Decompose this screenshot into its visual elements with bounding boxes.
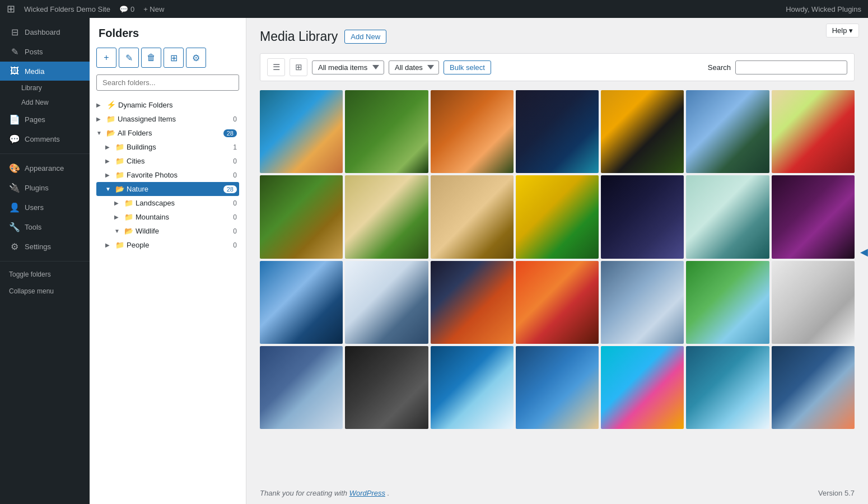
content-area: Help ▾ Media Library Add New ☰ ⊞ All med… bbox=[246, 18, 868, 504]
tree-item-buildings[interactable]: ▶ 📁 Buildings 1 bbox=[96, 140, 239, 154]
appearance-icon: 🎨 bbox=[9, 163, 20, 174]
media-item[interactable] bbox=[686, 261, 769, 344]
sidebar-item-pages[interactable]: 📄 Pages bbox=[0, 110, 90, 129]
add-nested-folder-btn[interactable]: ⊞ bbox=[164, 48, 184, 68]
sidebar-divider bbox=[0, 153, 90, 154]
tree-item-unassigned[interactable]: ▶ 📁 Unassigned Items 0 bbox=[96, 112, 239, 126]
wordpress-link[interactable]: WordPress bbox=[349, 489, 385, 497]
tree-item-landscapes[interactable]: ▶ 📁 Landscapes 0 bbox=[96, 196, 239, 210]
bulk-select-button[interactable]: Bulk select bbox=[444, 60, 491, 74]
sidebar-item-users[interactable]: 👤 Users bbox=[0, 198, 90, 217]
media-item[interactable] bbox=[686, 175, 769, 258]
sidebar-item-media[interactable]: 🖼 Media ◀ bbox=[0, 62, 90, 81]
list-view-button[interactable]: ☰ bbox=[267, 58, 285, 76]
chevron-right-icon: ▶ bbox=[105, 172, 113, 178]
media-item[interactable] bbox=[601, 261, 684, 344]
date-filter-select[interactable]: All dates bbox=[389, 60, 439, 74]
dashboard-icon: ⊟ bbox=[9, 27, 20, 38]
collapse-menu-btn[interactable]: Collapse menu bbox=[0, 283, 90, 300]
page-footer: Thank you for creating with WordPress . … bbox=[246, 482, 868, 504]
folder-open-icon: 📂 bbox=[115, 185, 124, 193]
media-item[interactable] bbox=[345, 90, 428, 173]
media-item[interactable] bbox=[601, 346, 684, 429]
folder-icon: 📁 bbox=[124, 199, 133, 207]
media-item[interactable] bbox=[516, 346, 599, 429]
sidebar-item-dashboard[interactable]: ⊟ Dashboard bbox=[0, 22, 90, 42]
tree-item-cities[interactable]: ▶ 📁 Cities 0 bbox=[96, 154, 239, 168]
media-item[interactable] bbox=[345, 261, 428, 344]
grid-view-button[interactable]: ⊞ bbox=[290, 58, 307, 76]
add-folder-btn[interactable]: + bbox=[96, 48, 116, 68]
folder-icon: 📁 bbox=[115, 171, 124, 179]
toggle-folders-btn[interactable]: Toggle folders bbox=[0, 266, 90, 283]
media-item[interactable] bbox=[772, 175, 855, 258]
media-icon: 🖼 bbox=[9, 66, 20, 76]
folder-open-icon: 📂 bbox=[106, 129, 115, 137]
media-item[interactable] bbox=[601, 175, 684, 258]
tree-item-all-folders[interactable]: ▼ 📂 All Folders 28 bbox=[96, 126, 239, 140]
sidebar-item-comments[interactable]: 💬 Comments bbox=[0, 129, 90, 149]
folder-tree: ▶ ⚡ Dynamic Folders ▶ 📁 Unassigned Items… bbox=[96, 97, 239, 252]
media-item[interactable] bbox=[431, 346, 514, 429]
tree-item-favorite-photos[interactable]: ▶ 📁 Favorite Photos 0 bbox=[96, 168, 239, 182]
media-item[interactable] bbox=[260, 261, 343, 344]
plugins-icon: 🔌 bbox=[9, 183, 20, 193]
delete-folder-btn[interactable]: 🗑 bbox=[141, 48, 161, 68]
sidebar-sub-library[interactable]: Library bbox=[0, 81, 90, 95]
media-item[interactable] bbox=[772, 261, 855, 344]
media-item[interactable] bbox=[431, 175, 514, 258]
search-input[interactable] bbox=[735, 60, 847, 74]
content-header: Media Library Add New bbox=[260, 29, 855, 44]
media-filter-select[interactable]: All media items bbox=[312, 60, 384, 74]
chevron-right-icon: ▶ bbox=[114, 200, 122, 206]
edit-folder-btn[interactable]: ✎ bbox=[119, 48, 139, 68]
sidebar-item-settings[interactable]: ⚙ Settings bbox=[0, 237, 90, 256]
media-item[interactable] bbox=[686, 346, 769, 429]
folder-icon: 📁 bbox=[115, 241, 124, 249]
media-item[interactable] bbox=[772, 346, 855, 429]
folders-panel: Folders + ✎ 🗑 ⊞ ⚙ ▶ ⚡ Dynamic Folders ▶ … bbox=[90, 18, 246, 504]
media-item[interactable] bbox=[601, 90, 684, 173]
comments-link[interactable]: 💬 0 bbox=[119, 5, 134, 13]
tree-item-people[interactable]: ▶ 📁 People 0 bbox=[96, 238, 239, 252]
tree-item-mountains[interactable]: ▶ 📁 Mountains 0 bbox=[96, 210, 239, 224]
search-label: Search bbox=[708, 63, 731, 72]
sidebar-item-posts[interactable]: ✎ Posts bbox=[0, 42, 90, 62]
sidebar-item-tools[interactable]: 🔧 Tools bbox=[0, 217, 90, 237]
folder-open-icon: 📂 bbox=[124, 227, 133, 235]
media-item[interactable] bbox=[345, 175, 428, 258]
media-item[interactable] bbox=[260, 346, 343, 429]
media-item[interactable] bbox=[260, 175, 343, 258]
tree-item-nature[interactable]: ▼ 📂 Nature 28 bbox=[96, 182, 239, 196]
admin-bar: ⊞ Wicked Folders Demo Site 💬 0 + New How… bbox=[0, 0, 868, 18]
sidebar-item-appearance[interactable]: 🎨 Appearance bbox=[0, 158, 90, 178]
tree-item-wildlife[interactable]: ▼ 📂 Wildlife 0 bbox=[96, 224, 239, 238]
media-item[interactable] bbox=[772, 90, 855, 173]
sidebar-sub-add-new[interactable]: Add New bbox=[0, 95, 90, 110]
sidebar-item-plugins[interactable]: 🔌 Plugins bbox=[0, 178, 90, 198]
help-button[interactable]: Help ▾ bbox=[826, 24, 859, 38]
media-item[interactable] bbox=[431, 261, 514, 344]
add-new-button[interactable]: Add New bbox=[344, 30, 386, 44]
dynamic-folders-icon: ⚡ bbox=[106, 100, 116, 109]
pages-icon: 📄 bbox=[9, 114, 20, 125]
chevron-right-icon: ▶ bbox=[105, 158, 113, 164]
media-item[interactable] bbox=[686, 90, 769, 173]
new-link[interactable]: + New bbox=[143, 5, 164, 13]
chevron-right-icon: ▶ bbox=[96, 116, 104, 122]
site-name[interactable]: Wicked Folders Demo Site bbox=[24, 5, 110, 13]
media-item[interactable] bbox=[516, 175, 599, 258]
tree-item-dynamic-folders[interactable]: ▶ ⚡ Dynamic Folders bbox=[96, 97, 239, 112]
page-title: Media Library bbox=[260, 29, 338, 44]
sidebar: ⊟ Dashboard ✎ Posts 🖼 Media ◀ Library Ad… bbox=[0, 18, 90, 504]
media-item[interactable] bbox=[516, 90, 599, 173]
folder-icon: 📁 bbox=[106, 115, 115, 123]
wp-logo-icon[interactable]: ⊞ bbox=[7, 3, 15, 15]
main-content: Media Library Add New ☰ ⊞ All media item… bbox=[246, 18, 868, 482]
folders-search-input[interactable] bbox=[96, 74, 239, 91]
media-item[interactable] bbox=[260, 90, 343, 173]
media-item[interactable] bbox=[345, 346, 428, 429]
media-item[interactable] bbox=[431, 90, 514, 173]
folder-settings-btn[interactable]: ⚙ bbox=[186, 48, 206, 68]
media-item[interactable] bbox=[516, 261, 599, 344]
